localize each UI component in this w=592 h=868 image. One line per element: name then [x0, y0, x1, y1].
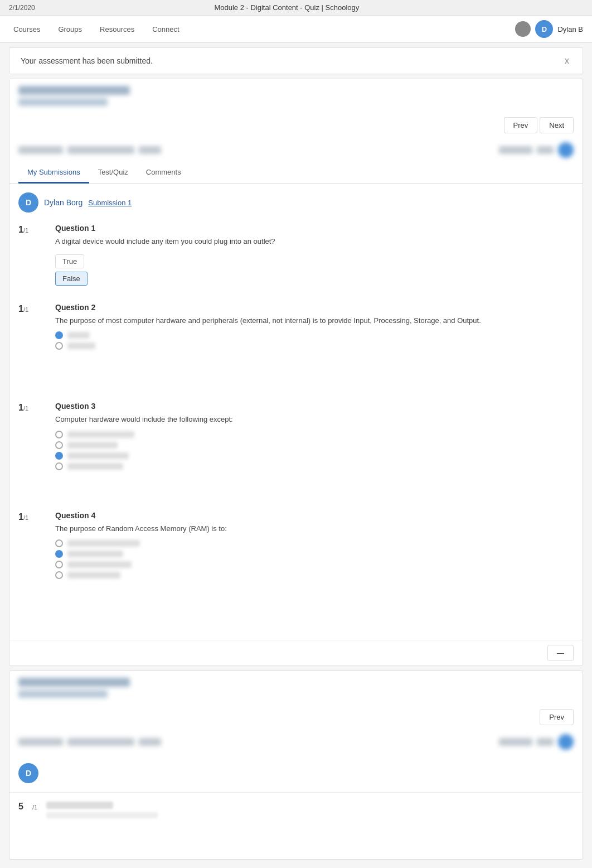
browser-bar: 2/1/2020 Module 2 - Digital Content - Qu… [0, 0, 592, 16]
nav-avatar-small [515, 21, 531, 37]
choice-radio [55, 431, 63, 438]
bottom-question-stub: 5 /1 [9, 792, 583, 859]
close-button[interactable]: x [562, 56, 571, 66]
next-button[interactable]: Next [540, 117, 574, 133]
question-2-text: The purpose of most computer hardware an… [55, 315, 574, 326]
bottom-blurred-header [9, 671, 583, 705]
bottom-prev-btn[interactable]: Prev [540, 709, 574, 725]
choice-radio [55, 462, 63, 470]
question-4-choices [55, 539, 574, 579]
choice-radio [55, 571, 63, 579]
question-3-text: Computer hardware would include the foll… [55, 414, 574, 425]
choice-radio [55, 550, 63, 558]
content-wrapper: Prev Next My Submissions Test/Quiz Comme… [9, 79, 583, 666]
user-row: D Dylan Borg Submission 1 [18, 192, 574, 213]
submission-content: D Dylan Borg Submission 1 1/1 Question 1… [9, 184, 583, 640]
question-block-2: 1/1 Question 2 The purpose of most compu… [18, 303, 574, 387]
user-avatar: D [18, 192, 38, 213]
question-1-option-true[interactable]: True [55, 254, 84, 268]
choice-radio [55, 331, 63, 339]
question-4-body: Question 4 The purpose of Random Access … [55, 511, 574, 616]
question-block-1: 1/1 Question 1 A digital device would in… [18, 224, 574, 287]
choice-radio [55, 452, 63, 460]
nav-links: Courses Groups Resources Connect [9, 23, 184, 36]
question-block-4: 1/1 Question 4 The purpose of Random Acc… [18, 511, 574, 616]
question-4-text: The purpose of Random Access Memory (RAM… [55, 523, 574, 534]
question-block-3: 1/1 Question 3 Computer hardware would i… [18, 402, 574, 495]
tab-comments[interactable]: Comments [137, 162, 190, 184]
tabs-bar: My Submissions Test/Quiz Comments [9, 162, 583, 184]
nav-link-connect[interactable]: Connect [148, 23, 183, 36]
choice-radio [55, 441, 63, 449]
question-1-score: 1/1 [18, 224, 46, 287]
nav-right: D Dylan B [515, 20, 583, 38]
question-1-option-false[interactable]: False [55, 272, 88, 286]
browser-title: Module 2 - Digital Content - Quiz | Scho… [214, 3, 359, 12]
bottom-avatar-area: D [9, 754, 583, 792]
prev-next-bar: Prev Next [9, 113, 583, 138]
nav-link-groups[interactable]: Groups [54, 23, 86, 36]
bottom-blurred-meta [9, 730, 583, 754]
choice-radio [55, 561, 63, 568]
bottom-next-button[interactable]: — [547, 645, 574, 661]
choice-radio [55, 539, 63, 547]
question-1-body: Question 1 A digital device would includ… [55, 224, 574, 287]
question-1-text: A digital device would include any item … [55, 236, 574, 247]
question-4-score: 1/1 [18, 511, 46, 616]
user-name[interactable]: Dylan Borg [44, 198, 83, 207]
question-3-score: 1/1 [18, 402, 46, 495]
nav-username: Dylan B [557, 25, 583, 33]
question-2-choices [55, 331, 574, 350]
question-2-score: 1/1 [18, 303, 46, 387]
nav-avatar[interactable]: D [535, 20, 553, 38]
submission-label[interactable]: Submission 1 [88, 199, 132, 207]
choice-radio [55, 342, 63, 350]
nav-bar: Courses Groups Resources Connect D Dylan… [0, 16, 592, 43]
question-3-body: Question 3 Computer hardware would inclu… [55, 402, 574, 495]
bottom-user-avatar: D [18, 763, 38, 783]
nav-link-resources[interactable]: Resources [95, 23, 139, 36]
tab-test-quiz[interactable]: Test/Quiz [89, 162, 137, 184]
question-2-body: Question 2 The purpose of most computer … [55, 303, 574, 387]
question-4-title: Question 4 [55, 511, 574, 520]
browser-date: 2/1/2020 [9, 4, 35, 12]
question-3-choices [55, 431, 574, 470]
tab-my-submissions[interactable]: My Submissions [18, 162, 89, 184]
question-1-title: Question 1 [55, 224, 574, 233]
prev-button[interactable]: Prev [504, 117, 538, 133]
nav-link-courses[interactable]: Courses [9, 23, 45, 36]
question-3-title: Question 3 [55, 402, 574, 411]
blurred-meta [9, 138, 583, 162]
bottom-prev-next: Prev [9, 705, 583, 730]
bottom-content-section: Prev D 5 /1 [9, 671, 583, 860]
question-2-title: Question 2 [55, 303, 574, 312]
blurred-header [9, 79, 583, 113]
submission-banner: Your assessment has been submitted. x [9, 47, 583, 74]
submission-banner-text: Your assessment has been submitted. [21, 56, 153, 65]
